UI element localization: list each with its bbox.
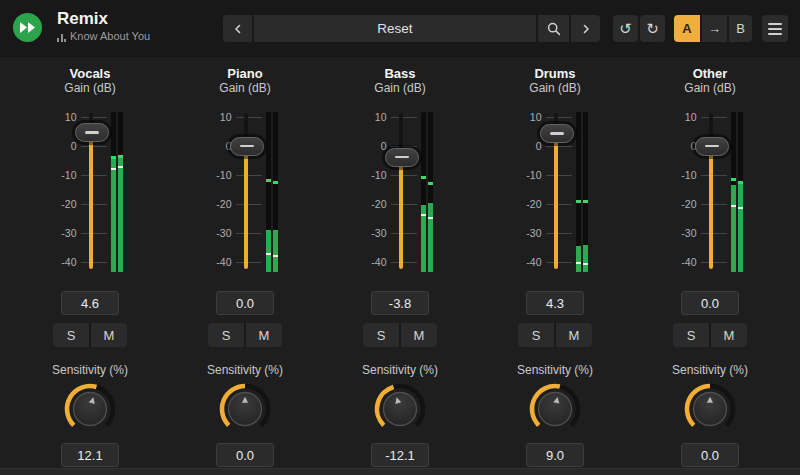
- scale-tick-label: -40: [55, 256, 77, 269]
- channel-title: Other: [693, 66, 728, 81]
- meter-marker: [266, 253, 271, 255]
- preset-bar: Reset: [223, 15, 600, 42]
- sensitivity-value-box[interactable]: 0.0: [216, 443, 274, 467]
- meter-fill: [731, 185, 736, 272]
- gain-value-box[interactable]: 4.3: [526, 291, 584, 315]
- level-meter-right: [583, 112, 588, 272]
- scale-tick-label: -40: [520, 256, 542, 269]
- scale-tick-line: [236, 204, 262, 205]
- scale-tick-label: 10: [520, 111, 542, 124]
- meter-marker: [111, 168, 116, 170]
- gain-value-box[interactable]: 0.0: [216, 291, 274, 315]
- gain-fader-handle[interactable]: [75, 123, 109, 142]
- gain-fader-handle[interactable]: [540, 124, 574, 143]
- scale-tick-label: -30: [520, 227, 542, 240]
- scale-tick-line: [546, 117, 572, 118]
- track-title: Know About You: [70, 30, 150, 42]
- scale-tick-label: -20: [55, 198, 77, 211]
- gain-fader-handle[interactable]: [695, 137, 729, 156]
- level-meter-right: [273, 112, 278, 272]
- undo-button[interactable]: ↺: [613, 15, 638, 42]
- preset-search-button[interactable]: [538, 15, 569, 42]
- sensitivity-knob[interactable]: [217, 381, 273, 437]
- scale-tick-label: -40: [675, 256, 697, 269]
- gain-value-box[interactable]: 0.0: [681, 291, 739, 315]
- ab-compare-b-button[interactable]: B: [729, 15, 752, 42]
- meter-marker: [428, 217, 433, 219]
- hamburger-icon: [768, 23, 782, 35]
- gain-fader-handle[interactable]: [230, 137, 264, 156]
- meter-peak-hold: [738, 181, 743, 184]
- scale-tick-label: -10: [675, 169, 697, 182]
- scale-tick-label: -10: [210, 169, 232, 182]
- sensitivity-value-box[interactable]: -12.1: [371, 443, 429, 467]
- preset-next-button[interactable]: [571, 15, 600, 42]
- gain-fader-handle[interactable]: [385, 148, 419, 167]
- mute-button[interactable]: M: [711, 323, 747, 347]
- meter-peak-hold: [266, 179, 271, 182]
- scale-tick-line: [391, 233, 417, 234]
- undo-icon: ↺: [619, 21, 632, 36]
- scale-tick-label: 10: [675, 111, 697, 124]
- scale-tick-label: 10: [210, 111, 232, 124]
- scale-tick-line: [81, 146, 107, 147]
- gain-value-box[interactable]: -3.8: [371, 291, 429, 315]
- sensitivity-label: Sensitivity (%): [207, 363, 283, 377]
- sensitivity-knob[interactable]: [62, 381, 118, 437]
- gain-fader-area: -40-30-20-10010: [210, 109, 282, 275]
- solo-button[interactable]: S: [518, 323, 554, 347]
- gain-value-box[interactable]: 4.6: [61, 291, 119, 315]
- channel-strip-other: Other Gain (dB) -40-30-20-10010 0.0 S M …: [650, 57, 770, 467]
- scale-tick-label: -30: [675, 227, 697, 240]
- scale-tick-label: -30: [210, 227, 232, 240]
- mute-button[interactable]: M: [556, 323, 592, 347]
- mute-button[interactable]: M: [246, 323, 282, 347]
- scale-tick-line: [81, 117, 107, 118]
- ab-compare-a-button[interactable]: A: [674, 15, 700, 42]
- solo-button[interactable]: S: [208, 323, 244, 347]
- sensitivity-value-box[interactable]: 9.0: [526, 443, 584, 467]
- chevron-right-icon: [580, 23, 592, 35]
- gain-fader-area: -40-30-20-10010: [365, 109, 437, 275]
- sensitivity-knob[interactable]: [527, 381, 583, 437]
- mute-button[interactable]: M: [91, 323, 127, 347]
- scale-tick-line: [546, 175, 572, 176]
- meter-marker: [118, 166, 123, 168]
- channel-strip-piano: Piano Gain (dB) -40-30-20-10010 0.0 S M …: [185, 57, 305, 467]
- level-meter-right: [118, 112, 123, 272]
- menu-button[interactable]: [762, 15, 788, 42]
- header-bar: Remix Know About You Reset ↺ ↻: [0, 0, 800, 57]
- sensitivity-knob[interactable]: [372, 381, 428, 437]
- gain-label: Gain (dB): [64, 81, 115, 95]
- scale-tick-line: [546, 233, 572, 234]
- solo-button[interactable]: S: [673, 323, 709, 347]
- ab-compare-group: A → B: [674, 15, 752, 42]
- sensitivity-value-box[interactable]: 0.0: [681, 443, 739, 467]
- scale-tick-label: 0: [365, 140, 387, 153]
- ab-copy-button[interactable]: →: [702, 15, 727, 42]
- scale-tick-line: [701, 262, 727, 263]
- preset-prev-button[interactable]: [223, 15, 252, 42]
- level-meter-left: [731, 112, 736, 272]
- scale-tick-line: [236, 262, 262, 263]
- scale-tick-line: [546, 204, 572, 205]
- sensitivity-value-box[interactable]: 12.1: [61, 443, 119, 467]
- scale-tick-line: [81, 204, 107, 205]
- solo-mute-group: S M: [53, 323, 127, 347]
- level-meter-left: [111, 112, 116, 272]
- solo-button[interactable]: S: [363, 323, 399, 347]
- solo-button[interactable]: S: [53, 323, 89, 347]
- meter-peak-hold: [731, 178, 736, 181]
- scale-tick-line: [701, 117, 727, 118]
- scale-tick-line: [236, 233, 262, 234]
- redo-button[interactable]: ↻: [640, 15, 665, 42]
- scale-tick-label: 0: [520, 140, 542, 153]
- sensitivity-knob[interactable]: [682, 381, 738, 437]
- solo-mute-group: S M: [673, 323, 747, 347]
- meter-fill: [738, 182, 743, 272]
- meter-fill: [576, 246, 581, 272]
- solo-mute-group: S M: [363, 323, 437, 347]
- channel-strip-drums: Drums Gain (dB) -40-30-20-10010 4.3 S M …: [495, 57, 615, 467]
- preset-name[interactable]: Reset: [254, 15, 536, 42]
- mute-button[interactable]: M: [401, 323, 437, 347]
